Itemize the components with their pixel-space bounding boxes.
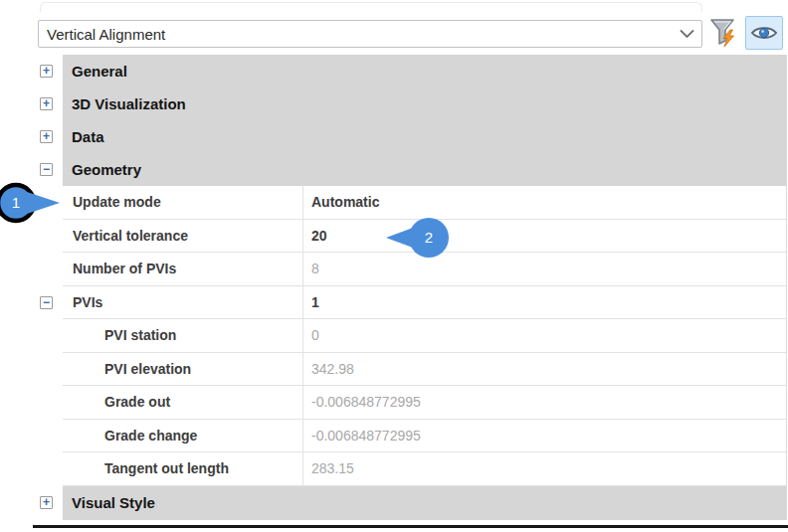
row-pvis[interactable]: − PVIs 1 xyxy=(35,286,786,320)
section-label: General xyxy=(63,55,786,88)
expand-plus-icon[interactable]: + xyxy=(40,496,53,509)
tree-gutter: + xyxy=(35,55,63,88)
row-grade-change[interactable]: Grade change -0.006848772995 xyxy=(35,420,786,453)
section-visual-style[interactable]: + Visual Style xyxy=(35,486,786,520)
property-value[interactable]: 20 xyxy=(303,220,786,253)
visibility-toggle-button[interactable] xyxy=(745,16,783,50)
property-value: -0.006848772995 xyxy=(303,386,786,419)
entity-selector-dropdown[interactable]: Vertical Alignment xyxy=(38,20,702,48)
expand-plus-icon[interactable]: + xyxy=(40,65,53,78)
property-value: 283.15 xyxy=(303,452,786,485)
property-value: -0.006848772995 xyxy=(303,420,786,452)
property-label: Grade out xyxy=(63,386,303,419)
section-label: Visual Style xyxy=(63,486,786,520)
expand-plus-icon[interactable]: + xyxy=(40,130,53,143)
row-grade-out[interactable]: Grade out -0.006848772995 xyxy=(35,386,786,420)
row-tangent-out-length[interactable]: Tangent out length 283.15 xyxy=(35,452,786,486)
property-grid: + General + 3D Visualization + Data − Ge… xyxy=(35,55,787,520)
property-label: PVIs xyxy=(63,286,303,319)
entity-selector-value: Vertical Alignment xyxy=(47,26,165,43)
property-label: Vertical tolerance xyxy=(63,220,303,253)
callout-1-number: 1 xyxy=(6,193,26,213)
property-value[interactable]: 1 xyxy=(303,286,786,319)
property-label: Tangent out length xyxy=(63,452,303,485)
row-update-mode[interactable]: Update mode Automatic xyxy=(35,186,786,220)
filter-funnel-lightning-icon xyxy=(708,18,738,49)
property-label: PVI elevation xyxy=(63,353,303,386)
tree-gutter: + xyxy=(35,486,63,520)
property-label: Number of PVIs xyxy=(63,253,303,285)
tree-gutter: + xyxy=(35,120,63,153)
property-value: 0 xyxy=(303,319,786,352)
section-label: Geometry xyxy=(63,153,786,186)
section-3d-visualization[interactable]: + 3D Visualization xyxy=(35,88,786,120)
expand-plus-icon[interactable]: + xyxy=(40,97,53,110)
property-value[interactable]: Automatic xyxy=(303,186,786,219)
section-general[interactable]: + General xyxy=(35,55,786,88)
collapse-minus-icon[interactable]: − xyxy=(40,163,53,176)
property-value: 8 xyxy=(303,253,786,285)
callout-2-number: 2 xyxy=(419,228,439,248)
panel-bottom-rule xyxy=(33,525,788,528)
callout-2-balloon xyxy=(384,217,452,265)
collapse-minus-icon[interactable]: − xyxy=(40,296,53,309)
eye-icon xyxy=(750,23,778,43)
chevron-down-icon[interactable] xyxy=(679,29,695,39)
section-label: 3D Visualization xyxy=(63,88,786,120)
row-pvi-station[interactable]: PVI station 0 xyxy=(35,319,786,353)
section-label: Data xyxy=(63,120,786,153)
tree-gutter: + xyxy=(35,88,63,120)
properties-panel: Vertical Alignment xyxy=(0,0,788,532)
property-label: Grade change xyxy=(63,420,303,452)
filter-button[interactable] xyxy=(706,17,740,50)
section-geometry[interactable]: − Geometry xyxy=(35,153,786,186)
section-data[interactable]: + Data xyxy=(35,120,786,153)
cropped-frame-artifact xyxy=(40,2,702,12)
property-value: 342.98 xyxy=(303,353,786,386)
property-label: Update mode xyxy=(63,186,303,219)
row-pvi-elevation[interactable]: PVI elevation 342.98 xyxy=(35,353,786,387)
property-label: PVI station xyxy=(63,319,303,352)
